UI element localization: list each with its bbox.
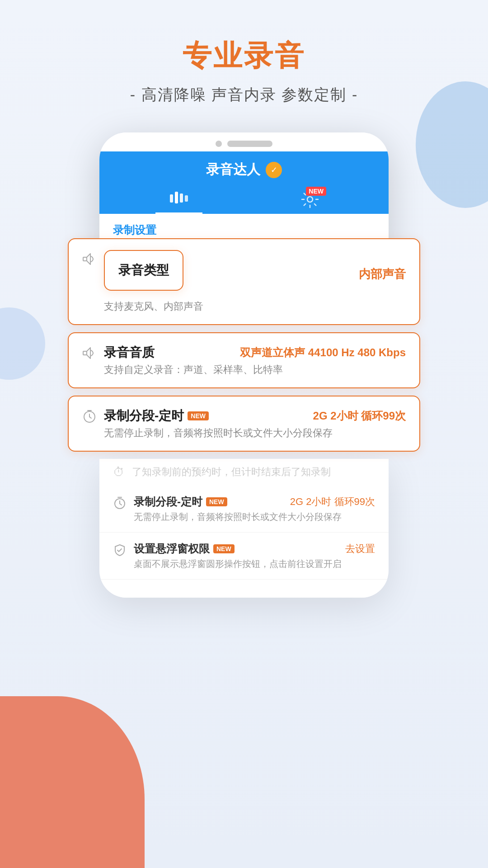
highlight-3-title: 录制分段-定时 [104,407,184,425]
svg-rect-1 [175,192,178,203]
bottom-item-1-content: 录制分段-定时 NEW 2G 2小时 循环99次 无需停止录制，音频将按照时长或… [134,495,375,523]
highlight-2-value: 双声道立体声 44100 Hz 480 Kbps [240,345,406,360]
bottom-item-1-title-row: 录制分段-定时 NEW 2G 2小时 循环99次 [134,495,375,509]
phone-bottom: ⏱ 了知录制前的预约时，但计时结束后了知录制 录制分段-定时 NEW 2G 2小… [99,459,389,598]
bottom-item-2-desc: 桌面不展示悬浮窗圆形操作按钮，点击前往设置开启 [134,558,375,570]
svg-point-4 [307,197,313,202]
highlight-card-segment: 录制分段-定时 NEW 2G 2小时 循环99次 无需停止录制，音频将按照时长或… [68,396,420,452]
highlight-3-title-row: 录制分段-定时 NEW 2G 2小时 循环99次 [104,407,406,425]
phone-notch [99,132,389,151]
highlight-2-title-row: 录音音质 双声道立体声 44100 Hz 480 Kbps [104,344,406,361]
new-badge: NEW [306,187,326,196]
speaker-icon-2 [82,346,97,363]
bottom-item-1-value: 2G 2小时 循环99次 [290,495,375,509]
highlight-1-content: 录音类型 内部声音 支持麦克风、内部声音 [104,250,406,313]
highlight-2-title: 录音音质 [104,344,155,361]
svg-rect-0 [170,194,173,203]
tab-gear[interactable]: NEW [287,187,333,214]
bottom-item-1-title-text: 录制分段-定时 [134,495,202,509]
highlight-1-title-row: 录音类型 内部声音 [104,250,406,298]
highlight-3-title-group: 录制分段-定时 NEW [104,407,209,425]
app-name: 录音达人 [206,160,260,179]
bottom-item-2-content: 设置悬浮窗权限 NEW 去设置 桌面不展示悬浮窗圆形操作按钮，点击前往设置开启 [134,542,375,570]
app-header-tabs: NEW [113,186,375,214]
bg-shape-bottom-left [0,696,145,868]
settings-section-title: 录制设置 [99,214,389,242]
new-tag-bottom-1: NEW [206,497,227,506]
highlights-container: 录音类型 内部声音 支持麦克风、内部声音 录音音质 双声道立体声 44100 H… [68,238,420,459]
goto-link[interactable]: 去设置 [345,542,375,556]
shield-icon [113,543,127,560]
verified-badge: ✓ [266,162,282,178]
svg-rect-6 [83,257,87,261]
clock-icon-2 [113,496,127,513]
speaker-icon-1 [82,252,97,269]
bottom-item-2-title-row: 设置悬浮窗权限 NEW 去设置 [134,542,375,556]
highlight-2-desc: 支持自定义录音：声道、采样率、比特率 [104,363,406,377]
svg-rect-3 [185,195,188,202]
bottom-padding [99,580,389,598]
faded-icon: ⏱ [113,465,125,479]
tab-waveform[interactable] [155,186,202,214]
new-tag-3: NEW [188,411,209,420]
highlight-card-type: 录音类型 内部声音 支持麦克风、内部声音 [68,238,420,325]
highlight-3-desc: 无需停止录制，音频将按照时长或文件大小分段保存 [104,426,406,440]
highlight-2-content: 录音音质 双声道立体声 44100 Hz 480 Kbps 支持自定义录音：声道… [104,344,406,377]
bottom-item-2-title-text: 设置悬浮窗权限 [134,542,210,556]
bottom-item-1-title: 录制分段-定时 NEW [134,495,227,509]
highlight-card-quality: 录音音质 双声道立体声 44100 Hz 480 Kbps 支持自定义录音：声道… [68,332,420,388]
bottom-item-segment: 录制分段-定时 NEW 2G 2小时 循环99次 无需停止录制，音频将按照时长或… [99,486,389,533]
highlight-1-value: 内部声音 [359,266,406,282]
sub-title: - 高清降噪 声音内录 参数定制 - [130,85,358,105]
notch-bar [227,141,272,147]
svg-rect-2 [180,193,183,203]
main-title: 专业录音 [183,36,305,75]
notch-dot [216,141,222,147]
svg-rect-7 [83,351,87,355]
app-header: 录音达人 ✓ NEW [99,151,389,214]
clock-icon-1 [82,409,97,427]
highlight-1-title: 录音类型 [104,250,183,291]
highlight-3-content: 录制分段-定时 NEW 2G 2小时 循环99次 无需停止录制，音频将按照时长或… [104,407,406,440]
app-header-title-row: 录音达人 ✓ [113,160,375,179]
faded-text: 了知录制前的预约时，但计时结束后了知录制 [132,465,331,479]
new-tag-bottom-2: NEW [213,544,235,553]
highlight-3-value: 2G 2小时 循环99次 [313,409,406,423]
highlight-1-desc: 支持麦克风、内部声音 [104,300,406,313]
bottom-item-2-title: 设置悬浮窗权限 NEW [134,542,235,556]
bottom-item-float: 设置悬浮窗权限 NEW 去设置 桌面不展示悬浮窗圆形操作按钮，点击前往设置开启 [99,533,389,580]
bottom-item-1-desc: 无需停止录制，音频将按照时长或文件大小分段保存 [134,511,375,523]
faded-row: ⏱ 了知录制前的预约时，但计时结束后了知录制 [99,459,389,486]
